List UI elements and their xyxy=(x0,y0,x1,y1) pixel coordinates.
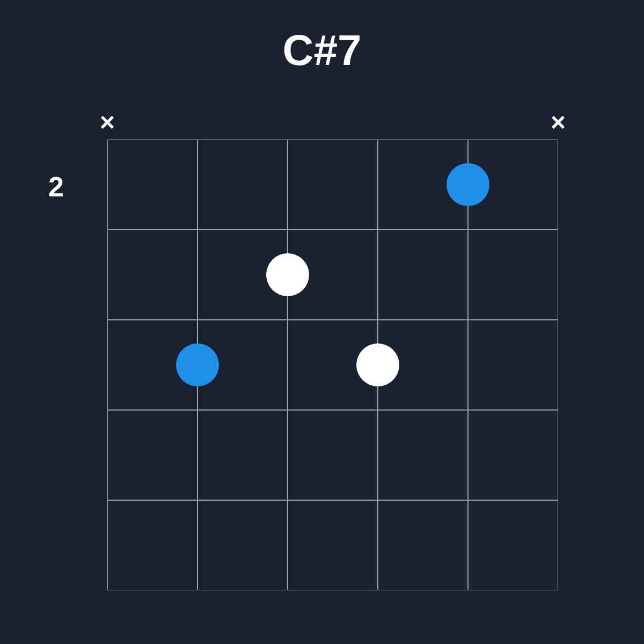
finger-dot-root xyxy=(176,343,219,386)
finger-dot xyxy=(356,343,399,386)
chord-title: C#7 xyxy=(283,26,362,75)
fretboard-diagram xyxy=(107,140,558,590)
mute-string-icon: × xyxy=(100,107,115,137)
finger-dot xyxy=(266,253,309,296)
finger-dot-root xyxy=(447,163,489,206)
fretboard-container: 2 ×× xyxy=(107,140,558,590)
starting-fret-label: 2 xyxy=(48,171,64,203)
mute-string-icon: × xyxy=(551,107,566,137)
